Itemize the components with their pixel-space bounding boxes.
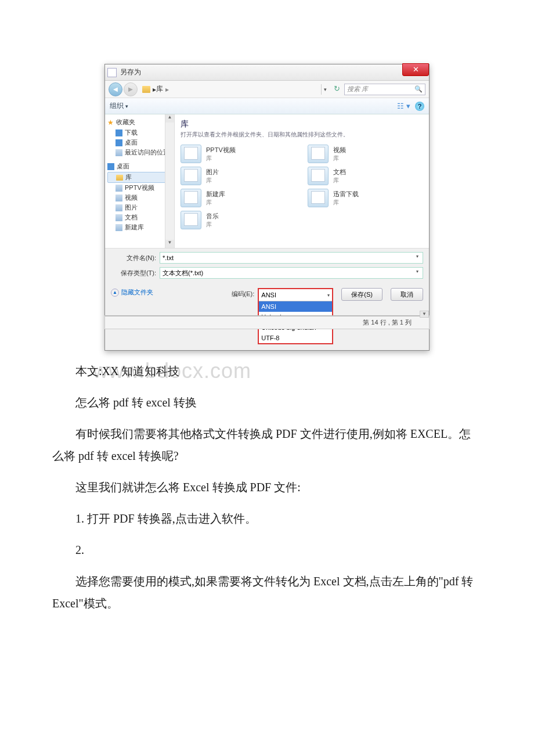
library-newlib[interactable]: 新建库库 <box>181 189 296 207</box>
encoding-label: 编码(E): <box>232 288 255 298</box>
download-icon <box>116 129 122 136</box>
chevron-down-icon[interactable]: ▾ <box>413 269 421 277</box>
window-title: 另存为 <box>120 67 141 77</box>
paragraph: 选择您需要使用的模式,如果需要将文件转化为 Excel 文档,点击左上角的"pd… <box>52 570 482 614</box>
navigation-bar: ◄ ► ▸ 库 ▸ ▾ ↻ 搜索 库 🔍 <box>105 81 429 98</box>
breadcrumb-root[interactable]: 库 <box>156 84 163 94</box>
encoding-option[interactable]: ANSI <box>259 301 332 312</box>
cursor-position: 第 14 行 , 第 1 列 <box>363 318 412 327</box>
save-as-dialog: 另存为 ✕ ◄ ► ▸ 库 ▸ ▾ ↻ 搜索 库 🔍 组织 ☷ ▾ ? <box>104 64 430 351</box>
desktop-icon <box>116 139 122 146</box>
favorites-header[interactable]: ★收藏夹 <box>107 118 172 127</box>
scroll-down-icon[interactable]: ▼ <box>165 240 174 248</box>
organize-menu[interactable]: 组织 <box>110 101 128 111</box>
breadcrumb-sep: ▸ <box>165 85 169 93</box>
paragraph: 有时候我们需要将其他格式文件转换成 PDF 文件进行使用,例如将 EXCEL。怎… <box>52 423 482 467</box>
library-icon <box>116 214 122 221</box>
filetype-label: 保存类型(T): <box>111 269 156 278</box>
cancel-button[interactable]: 取消 <box>391 288 423 301</box>
breadcrumb[interactable]: ▸ 库 ▸ <box>142 84 171 94</box>
sidebar-documents[interactable]: 文档 <box>107 213 172 222</box>
sidebar-newlib[interactable]: 新建库 <box>107 222 172 232</box>
search-placeholder: 搜索 库 <box>347 85 368 93</box>
scroll-track[interactable] <box>165 123 174 240</box>
paragraph: 2. <box>52 539 482 561</box>
sidebar-downloads[interactable]: 下载 <box>107 128 172 138</box>
sidebar-recent[interactable]: 最近访问的位置 <box>107 147 172 157</box>
file-fields: 文件名(N): *.txt▾ 保存类型(T): 文本文档(*.txt)▾ <box>105 248 429 285</box>
chevron-down-icon[interactable]: ▾ <box>413 254 421 262</box>
library-icon <box>181 167 201 185</box>
sidebar-libraries[interactable]: 库 <box>107 172 172 183</box>
sidebar-desktop[interactable]: 桌面 <box>107 138 172 147</box>
history-dropdown[interactable]: ▾ <box>321 84 329 95</box>
titlebar[interactable]: 另存为 ✕ <box>105 64 429 81</box>
sidebar-pptv[interactable]: PPTV视频 <box>107 183 172 193</box>
filename-input[interactable]: *.txt▾ <box>160 252 423 264</box>
library-music[interactable]: 音乐库 <box>181 211 296 229</box>
scroll-up-icon[interactable]: ▲ <box>165 114 174 123</box>
paragraph: 本文:XX 知道知科技 <box>52 360 482 382</box>
help-button[interactable]: ? <box>415 102 424 111</box>
hide-folders-link[interactable]: 隐藏文件夹 <box>111 288 153 297</box>
library-pptv[interactable]: PPTV视频库 <box>181 145 296 163</box>
library-documents[interactable]: 文档库 <box>308 167 423 185</box>
search-icon: 🔍 <box>414 85 423 93</box>
desktop-icon <box>107 163 114 170</box>
view-button[interactable]: ☷ ▾ <box>397 102 410 110</box>
scroll-down-icon[interactable]: ▼ <box>420 311 429 318</box>
library-icon <box>181 189 201 207</box>
library-icon <box>308 189 329 207</box>
filetype-select[interactable]: 文本文档(*.txt)▾ <box>160 267 423 279</box>
library-icon <box>116 224 122 231</box>
main-pane: 库 打开库以查看文件并根据文件夹、日期和其他属性排列这些文件。 PPTV视频库 … <box>175 114 429 248</box>
folder-icon <box>142 86 150 93</box>
app-icon <box>107 68 117 77</box>
paragraph: 这里我们就讲怎么将 Excel 转换成 PDF 文件: <box>52 476 482 498</box>
pane-subtext: 打开库以查看文件并根据文件夹、日期和其他属性排列这些文件。 <box>181 131 423 139</box>
toolbar: 组织 ☷ ▾ ? <box>105 98 429 114</box>
filename-label: 文件名(N): <box>111 254 156 262</box>
article-body: 本文:XX 知道知科技 怎么将 pdf 转 excel 转换 有时候我们需要将其… <box>52 360 482 624</box>
refresh-button[interactable]: ↻ <box>331 84 342 95</box>
paragraph: 怎么将 pdf 转 excel 转换 <box>52 391 482 413</box>
sidebar-videos[interactable]: 视频 <box>107 193 172 203</box>
library-icon <box>181 145 201 163</box>
library-icon <box>116 204 122 211</box>
recent-icon <box>116 149 122 156</box>
chevron-down-icon[interactable]: ▾ <box>327 293 330 298</box>
library-icon <box>308 145 329 163</box>
close-button[interactable]: ✕ <box>402 63 429 76</box>
pane-heading: 库 <box>181 119 423 129</box>
forward-button[interactable]: ► <box>124 82 138 96</box>
library-icon <box>116 195 122 201</box>
library-icon <box>308 167 329 185</box>
notepad-statusbar: ▼ 第 14 行 , 第 1 列 <box>104 315 430 329</box>
encoding-option[interactable]: UTF-8 <box>259 333 332 343</box>
library-xunlei[interactable]: 迅雷下载库 <box>308 189 423 207</box>
back-button[interactable]: ◄ <box>109 82 122 96</box>
search-input[interactable]: 搜索 库 🔍 <box>344 84 425 95</box>
desktop-header[interactable]: 桌面 <box>107 162 172 171</box>
sidebar-scrollbar[interactable]: ▲ ▼ <box>165 114 174 248</box>
dialog-body: ★收藏夹 下载 桌面 最近访问的位置 桌面 库 PPTV视频 视频 图片 文档 … <box>105 114 429 248</box>
library-icon <box>116 185 122 192</box>
library-videos[interactable]: 视频库 <box>308 145 423 163</box>
paragraph: 1. 打开 PDF 转换器,点击进入软件。 <box>52 507 482 530</box>
library-icon <box>181 211 201 229</box>
library-pictures[interactable]: 图片库 <box>181 167 296 185</box>
star-icon: ★ <box>107 118 114 127</box>
sidebar-pictures[interactable]: 图片 <box>107 203 172 213</box>
folder-icon <box>116 175 123 181</box>
save-button[interactable]: 保存(S) <box>341 288 383 301</box>
sidebar: ★收藏夹 下载 桌面 最近访问的位置 桌面 库 PPTV视频 视频 图片 文档 … <box>105 114 175 248</box>
